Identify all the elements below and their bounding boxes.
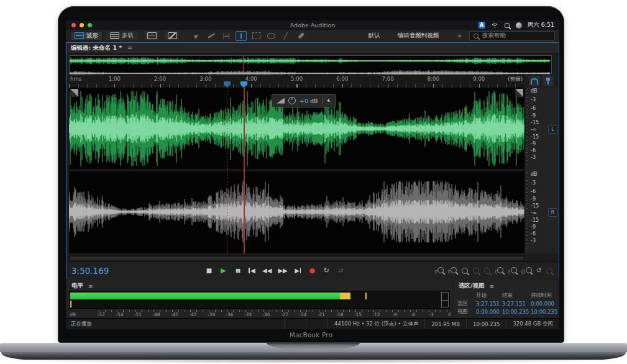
siri-icon[interactable] xyxy=(516,22,522,29)
show-waveform-display-button[interactable] xyxy=(145,31,158,40)
time-value[interactable]: 0:00.000 xyxy=(531,301,557,307)
db-scale-label: -15 xyxy=(531,204,539,209)
move-tool-button[interactable]: ▶ xyxy=(191,31,202,41)
add-marker-button[interactable] xyxy=(542,76,554,86)
transport-buttons: ■ ▶ ▮▮ ◀ ◀◀ ▶▶ ▶ ● ↻ ⇄ xyxy=(205,266,345,275)
input-source-icon[interactable]: A xyxy=(478,22,485,29)
overview-navigator[interactable] xyxy=(69,55,552,74)
volume-icon xyxy=(277,98,285,104)
meter-scale-label: -12 xyxy=(372,312,380,317)
column-header: 持续时间 xyxy=(531,292,557,299)
zoom-out-amplitude-button[interactable] xyxy=(483,268,490,274)
go-to-end-button[interactable]: ▶ xyxy=(294,267,302,274)
ruler-tick-label: 9:00 xyxy=(473,76,485,82)
ruler-tick-label: 2:00 xyxy=(154,76,166,82)
channel-badge-left[interactable]: L xyxy=(548,125,557,134)
ruler-tick-label: 3:00 xyxy=(199,76,211,82)
file-size-info: 201.95 MB xyxy=(424,319,466,329)
hud-pin-icon[interactable]: ➤ xyxy=(324,97,332,104)
workspace-overflow-chevron[interactable]: » xyxy=(457,32,462,40)
menubar-clock[interactable]: 周六 6:51 xyxy=(528,21,554,29)
show-spectral-display-button[interactable] xyxy=(165,31,179,40)
multitrack-view-button[interactable]: 多轨 xyxy=(106,31,138,40)
time-selection-tool-button[interactable]: I xyxy=(236,31,247,41)
macbook-device: Adobe Audition A 周六 6:51 波形 多轨 xyxy=(0,0,627,364)
meter-scale-label: -3 xyxy=(429,312,433,317)
channel-badge-right[interactable]: R xyxy=(548,208,557,217)
meter-scale-label: -57 xyxy=(98,312,105,317)
play-button[interactable]: ▶ xyxy=(219,266,227,275)
timeline-ruler[interactable]: hms 1:002:003:004:005:006:007:008:009:00… xyxy=(69,75,524,88)
scrollbar-thumb[interactable] xyxy=(70,257,524,260)
panel-menu-icon[interactable]: ≡ xyxy=(489,283,494,289)
search-input[interactable]: 搜索帮助 xyxy=(469,31,555,41)
time-value[interactable]: 0:00.000 xyxy=(476,309,502,315)
lasso-selection-tool-button[interactable] xyxy=(265,31,277,41)
loop-playback-button[interactable]: ↻ xyxy=(323,266,331,275)
time-value[interactable]: 10:00.235 xyxy=(502,309,531,315)
column-header: 开始 xyxy=(476,292,502,299)
fast-forward-button[interactable]: ▶▶ xyxy=(278,267,287,274)
ruler-tick-label: 1:00 xyxy=(109,76,121,82)
meter-scale-label: -18 xyxy=(336,312,343,317)
marquee-selection-tool-button[interactable] xyxy=(250,31,262,41)
spotlight-icon[interactable] xyxy=(504,22,510,28)
screen: Adobe Audition A 周六 6:51 波形 多轨 xyxy=(66,20,559,329)
workspace-active[interactable]: 编辑音频到视频 xyxy=(398,32,439,40)
gain-knob-icon[interactable] xyxy=(288,97,296,104)
amplitude-ruler[interactable]: dB-3-6-9-15-∞-15-9-6-3 dB-3-6-9-15-∞-15-… xyxy=(526,88,559,253)
zoom-out-time-button[interactable]: I xyxy=(448,267,457,275)
time-value[interactable]: 3:27.151 xyxy=(476,301,502,307)
workspace-default[interactable]: 默认 xyxy=(368,32,380,40)
workspace-bar: 默认 编辑音频到视频 » 搜索帮助 xyxy=(368,31,555,41)
paintbrush-tool-button[interactable]: ╱ xyxy=(280,31,291,41)
overview-playhead[interactable] xyxy=(243,56,244,73)
go-to-start-button[interactable]: ◀ xyxy=(248,267,256,274)
gain-value[interactable]: +0 dB xyxy=(300,98,318,104)
meter-scale-label: -33 xyxy=(244,312,252,317)
zoom-selection-in-out-button[interactable]: ⟨⟩ xyxy=(521,267,532,275)
amplitude-scale-handle-right[interactable] xyxy=(515,89,523,97)
selection-view-header: 选区/视图 ≡ xyxy=(454,280,559,290)
meter-scale-label: -27 xyxy=(281,312,288,317)
zoom-reset-button[interactable]: ↺ xyxy=(536,266,542,275)
move-tool-icon: ▶ xyxy=(193,32,199,39)
current-time-display[interactable]: 3:50.169 xyxy=(66,266,205,276)
slip-tool-button[interactable]: |↔| xyxy=(221,31,232,41)
razor-tool-button[interactable] xyxy=(206,31,217,41)
zoom-in-at-in-point-button[interactable]: ⟨ xyxy=(495,267,503,275)
record-button[interactable]: ● xyxy=(308,266,316,275)
panel-menu-icon[interactable]: ≡ xyxy=(127,45,132,51)
zoom-to-selection-button[interactable] xyxy=(461,268,468,274)
time-value[interactable]: 10:00.235 xyxy=(531,309,557,315)
amplitude-scale-handle-left[interactable] xyxy=(70,89,78,97)
rewind-button[interactable]: ◀◀ xyxy=(262,267,272,274)
status-bar: 正在播放 44100 Hz • 32 位 (浮点) • 立体声 201.95 M… xyxy=(66,318,559,329)
horizontal-scrollbar[interactable] xyxy=(69,255,524,260)
level-meter[interactable] xyxy=(69,291,450,309)
waveform-view-button[interactable]: 波形 xyxy=(70,31,103,40)
audio-format-info: 44100 Hz • 32 位 (浮点) • 立体声 xyxy=(327,319,424,329)
skip-selection-button[interactable]: ⇄ xyxy=(337,267,345,274)
snap-toggle-button[interactable] xyxy=(529,76,540,86)
zoom-in-amplitude-button[interactable] xyxy=(472,268,479,274)
playhead-line[interactable] xyxy=(244,88,245,253)
zoom-full-button[interactable] xyxy=(546,268,552,274)
zoom-in-time-button[interactable]: I xyxy=(435,267,444,275)
hud-divider xyxy=(322,97,323,104)
pause-button[interactable]: ▮▮ xyxy=(234,268,242,273)
panel-menu-icon[interactable]: ≡ xyxy=(88,283,93,289)
wifi-icon[interactable] xyxy=(491,22,498,28)
meter-scale-label: -15 xyxy=(354,312,362,317)
spot-healing-tool-button[interactable] xyxy=(295,31,306,41)
waveform-display[interactable] xyxy=(69,88,524,253)
meter-scale-label: -36 xyxy=(226,312,233,317)
db-scale-label: -∞ xyxy=(531,211,537,216)
volume-hud[interactable]: +0 dB ➤ xyxy=(272,94,336,107)
waveform-right-channel[interactable] xyxy=(69,172,524,252)
menubar-extras: A 周六 6:51 xyxy=(478,21,559,29)
editor-panel: 编辑器: 未命名 1 * ≡ hms 1:002:003:004:005:006… xyxy=(66,42,559,279)
stop-button[interactable]: ■ xyxy=(205,267,213,274)
time-value[interactable]: 3:27.151 xyxy=(502,301,531,307)
zoom-in-at-out-point-button[interactable]: ⟩ xyxy=(508,267,516,275)
